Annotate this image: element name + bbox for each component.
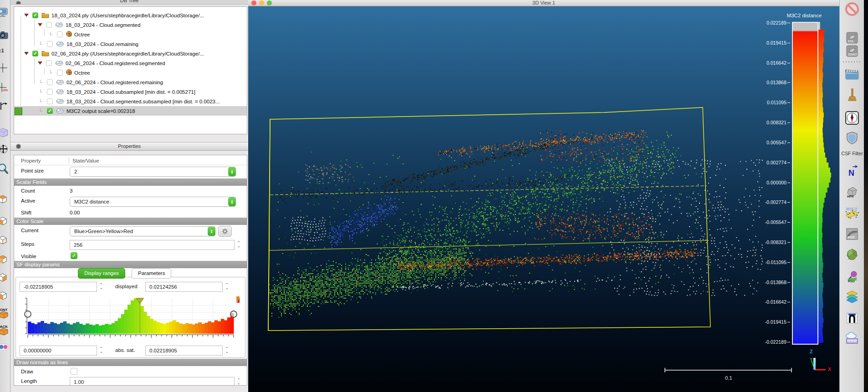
- visibility-checkbox[interactable]: [46, 60, 52, 66]
- stepper-icon[interactable]: ⌃⌄: [224, 346, 230, 355]
- expand-arrow-icon[interactable]: [38, 23, 42, 26]
- view-cube-iso1-icon[interactable]: [0, 272, 9, 284]
- tab-parameters[interactable]: Parameters: [132, 268, 171, 279]
- tree-item[interactable]: └02_06_2024 - Cloud.registered.remaining: [14, 77, 247, 87]
- expand-arrow-icon[interactable]: [38, 61, 42, 65]
- visibility-checkbox[interactable]: [47, 89, 53, 95]
- pan-mode-icon[interactable]: [0, 143, 9, 155]
- spin-length[interactable]: 1.00: [70, 377, 235, 386]
- view-cube-left-icon[interactable]: [0, 234, 9, 246]
- sat-max-field[interactable]: 0.02218905: [145, 346, 223, 356]
- visibility-checkbox[interactable]: [47, 41, 53, 47]
- rsd-icon[interactable]: RSD: [840, 270, 864, 283]
- pivot-crosshair-icon[interactable]: [0, 62, 9, 74]
- svg-text:RSD: RSD: [848, 280, 855, 283]
- pcv-icon[interactable]: PCV: [840, 228, 864, 240]
- csf-shield-icon[interactable]: [840, 131, 864, 145]
- tree-item-label: 18_03_2024 - Cloud.remaining: [66, 41, 138, 47]
- dropdown-point-size[interactable]: 2▲▼: [70, 167, 236, 177]
- toggle-pill-icon[interactable]: [0, 343, 9, 355]
- layers-icon[interactable]: [840, 290, 864, 303]
- tree-connector: └: [38, 41, 43, 47]
- stepper-icon[interactable]: ⌃⌄: [235, 240, 242, 249]
- octree-icon: [66, 69, 72, 76]
- m3c2-icon[interactable]: M3C2: [840, 206, 864, 220]
- 3d-viewport[interactable]: 3D View 1 M3C2 distance 0.0221890.019415…: [248, 0, 839, 392]
- colorbar-tick-label: 0.011095: [755, 100, 786, 105]
- clean-broom-icon[interactable]: [840, 88, 864, 104]
- cloud-ruler-icon[interactable]: [840, 331, 864, 345]
- visibility-checkbox[interactable]: [57, 31, 63, 37]
- auto-pivot-icon[interactable]: uto: [0, 82, 9, 94]
- rotate-view-icon[interactable]: [0, 101, 9, 112]
- normals-n-icon[interactable]: N: [840, 164, 864, 178]
- dropdown-arrows-icon[interactable]: ▲▼: [228, 197, 236, 206]
- facets-icon[interactable]: [840, 248, 864, 261]
- visibility-checkbox[interactable]: [57, 70, 63, 76]
- zoom-1-1-icon[interactable]: 1:1: [0, 46, 9, 57]
- stepper-icon[interactable]: ⌃⌄: [98, 346, 104, 355]
- visibility-checkbox[interactable]: ✓: [47, 108, 53, 114]
- visibility-checkbox[interactable]: [47, 98, 53, 104]
- screenshot-camera-icon[interactable]: [0, 31, 9, 42]
- tree-connector: └: [38, 99, 43, 104]
- dropdown-arrows-icon[interactable]: ▲▼: [208, 227, 215, 236]
- expand-arrow-icon[interactable]: [24, 52, 29, 55]
- dropdown-current-colorscale[interactable]: Blue>Green>Yellow>Red▲▼: [70, 226, 215, 236]
- db-tree[interactable]: ✓18_03_2024.ply (/Users/stephbracegirdle…: [14, 6, 247, 134]
- tree-item[interactable]: 02_06_2024 - Cloud.registered.segmented: [14, 58, 247, 68]
- hpr-icon[interactable]: HPR: [840, 186, 864, 199]
- checkbox-draw[interactable]: [71, 368, 77, 375]
- animation-clapper-icon[interactable]: [840, 68, 864, 80]
- sf-min-field[interactable]: -0.02218905: [20, 282, 97, 292]
- view-back-icon[interactable]: BACK: [0, 324, 9, 336]
- view-cube-top-icon[interactable]: [0, 193, 9, 205]
- sat-min-field[interactable]: 0.00000000: [20, 346, 97, 356]
- tree-item[interactable]: └18_03_2024 - Cloud.remaining: [14, 39, 247, 49]
- perspective-cube-icon[interactable]: ˇ: [0, 127, 9, 138]
- view-cube-bottom-icon[interactable]: [0, 215, 9, 227]
- sf-histogram[interactable]: [19, 295, 240, 343]
- tree-item[interactable]: └18_03_2024 - Cloud.segmented.subsampled…: [14, 97, 247, 106]
- stepper-icon[interactable]: ⌃⌄: [98, 282, 104, 291]
- tree-item[interactable]: └Octree: [14, 30, 247, 39]
- colorbar-tick-label: 0.016642: [755, 60, 786, 66]
- spin-steps[interactable]: 256: [70, 240, 235, 250]
- tree-item[interactable]: └✓M3C2 output scale=0.002318: [14, 106, 247, 116]
- tree-item[interactable]: └Octree: [14, 68, 247, 77]
- visibility-checkbox[interactable]: ✓: [32, 12, 38, 18]
- abs-sat-label: abs. sat.: [115, 347, 135, 353]
- tab-display-ranges[interactable]: Display ranges: [78, 268, 125, 279]
- view-cube-right-icon[interactable]: [0, 254, 9, 265]
- dropdown-active[interactable]: M3C2 distance▲▼: [70, 197, 236, 207]
- desktop-background-sliver: [864, 0, 868, 392]
- view-front-icon[interactable]: RONT: [0, 307, 9, 319]
- stepper-icon[interactable]: ⌃⌄: [224, 282, 230, 291]
- checkbox-visible[interactable]: ✓: [71, 252, 77, 259]
- arch-icon[interactable]: [840, 312, 864, 324]
- display-options-icon[interactable]: [0, 7, 9, 19]
- visibility-checkbox[interactable]: ✓: [32, 51, 38, 56]
- ssao-shader-icon[interactable]: SSAO: [840, 45, 864, 57]
- visibility-checkbox[interactable]: [47, 79, 53, 85]
- edl-shader-icon[interactable]: EDL: [840, 32, 864, 44]
- sf-max-field[interactable]: 0.02124256: [145, 282, 223, 292]
- point-cloud-canvas[interactable]: [248, 0, 839, 392]
- view-cube-iso2-icon[interactable]: [0, 290, 9, 302]
- expand-arrow-icon[interactable]: [24, 14, 29, 17]
- tree-item[interactable]: ✓02_06_2024.ply (/Users/stephbracegirdle…: [14, 49, 247, 58]
- disabled-icon[interactable]: [840, 2, 864, 16]
- zoom-magnifier-icon[interactable]: [0, 163, 9, 175]
- colorbar-tick-label: -0.022189: [755, 339, 786, 345]
- tree-item[interactable]: 18_03_2024 - Cloud.segmented: [14, 20, 247, 30]
- tree-item[interactable]: └18_03_2024 - Cloud.subsampled [min dist…: [14, 87, 247, 97]
- property-value: 0.00: [70, 210, 80, 215]
- compass-icon[interactable]: [840, 111, 864, 125]
- tree-item[interactable]: ✓18_03_2024.ply (/Users/stephbracegirdle…: [14, 10, 247, 20]
- stepper-icon[interactable]: ⌃⌄: [235, 377, 242, 386]
- visibility-checkbox[interactable]: [46, 22, 52, 28]
- property-label: Length: [21, 378, 37, 384]
- dropdown-arrows-icon[interactable]: ▲▼: [228, 167, 236, 176]
- tree-guide-line: [44, 30, 45, 36]
- gear-button[interactable]: [218, 226, 232, 237]
